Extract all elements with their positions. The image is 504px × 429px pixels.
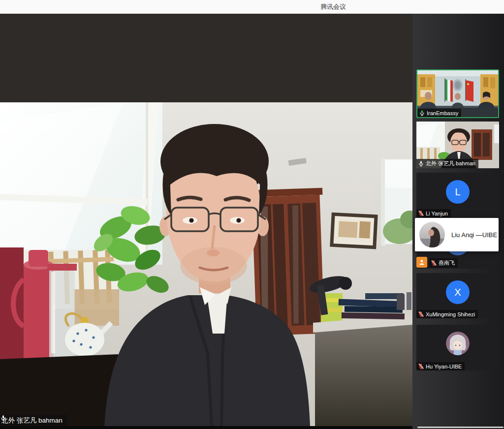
avatar-image xyxy=(446,332,470,355)
participant-name: Hu Yiyan-UIBE xyxy=(426,364,462,369)
participant-tile-hu-yiyan[interactable]: Hu Yiyan-UIBE xyxy=(416,325,499,370)
mic-on-icon xyxy=(0,415,6,421)
participants-sidebar: IranEmbassy xyxy=(412,14,504,429)
avatar-letter: L xyxy=(446,180,470,204)
participant-name-label: IranEmbassy xyxy=(417,109,461,117)
wall-picture xyxy=(330,213,378,249)
main-stage: 北外 张艺凡 bahman xyxy=(0,14,412,429)
person-badge-icon xyxy=(416,257,427,268)
mic-muted-icon xyxy=(418,210,424,216)
participant-name-label: 北外 张艺凡 bahman xyxy=(416,159,478,168)
popup-avatar xyxy=(419,222,445,247)
participant-name-label: 燕南飞 xyxy=(429,258,458,268)
mic-muted-icon xyxy=(418,363,424,369)
mic-muted-icon xyxy=(418,311,424,317)
iran-flag xyxy=(445,78,453,102)
participant-tile-self[interactable]: 北外 张艺凡 bahman xyxy=(416,122,499,168)
speaker-name-label: 北外 张艺凡 bahman xyxy=(0,415,67,426)
participant-name: 燕南飞 xyxy=(439,259,455,267)
stage-bottom-strip xyxy=(0,426,412,429)
mic-on-icon xyxy=(418,160,424,167)
popup-name: Liu Anqi —UIBE xyxy=(451,231,497,239)
participant-tile-xumingming[interactable]: X XuMingming Shihezi xyxy=(416,273,499,318)
main-video-scene xyxy=(0,102,412,426)
participant-name-label: Hu Yiyan-UIBE xyxy=(416,362,465,370)
meeting-window: 腾讯会议 xyxy=(0,0,504,429)
participant-name: XuMingming Shihezi xyxy=(426,311,475,317)
name-card-popup: Liu Anqi —UIBE xyxy=(415,218,499,251)
participant-name: 北外 张艺凡 bahman xyxy=(426,160,475,167)
main-video[interactable]: 北外 张艺凡 bahman xyxy=(0,102,412,426)
mic-muted-icon xyxy=(431,260,437,266)
window-title: 腾讯会议 xyxy=(320,2,346,11)
speaker-name: 北外 张艺凡 bahman xyxy=(1,416,63,425)
participant-name-label: XuMingming Shihezi xyxy=(416,310,478,318)
avatar-letter: X xyxy=(446,280,470,304)
participant-tile-iranembassy[interactable]: IranEmbassy xyxy=(416,69,499,118)
sidebar-scrollbar[interactable] xyxy=(417,427,504,428)
participant-tile-li-yanjun[interactable]: L Li Yanjun xyxy=(416,173,499,217)
participant-name: Li Yanjun xyxy=(426,211,448,216)
participant-name: IranEmbassy xyxy=(427,110,458,116)
mic-speaking-icon xyxy=(419,110,425,116)
china-flag xyxy=(466,79,473,102)
participant-name-label: Li Yanjun xyxy=(416,209,451,217)
titlebar: 腾讯会议 xyxy=(0,0,504,14)
